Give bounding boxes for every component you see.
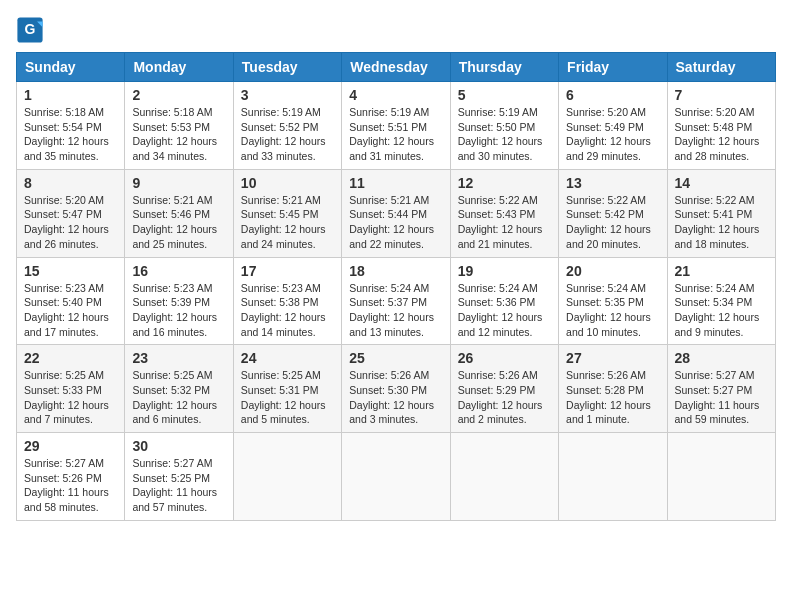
day-number: 2 bbox=[132, 87, 225, 103]
calendar-day-29: 29Sunrise: 5:27 AM Sunset: 5:26 PM Dayli… bbox=[17, 433, 125, 521]
day-info: Sunrise: 5:19 AM Sunset: 5:52 PM Dayligh… bbox=[241, 105, 334, 164]
calendar-day-14: 14Sunrise: 5:22 AM Sunset: 5:41 PM Dayli… bbox=[667, 169, 775, 257]
day-info: Sunrise: 5:20 AM Sunset: 5:47 PM Dayligh… bbox=[24, 193, 117, 252]
day-number: 18 bbox=[349, 263, 442, 279]
day-info: Sunrise: 5:25 AM Sunset: 5:31 PM Dayligh… bbox=[241, 368, 334, 427]
calendar-day-16: 16Sunrise: 5:23 AM Sunset: 5:39 PM Dayli… bbox=[125, 257, 233, 345]
logo: G bbox=[16, 16, 46, 44]
col-header-thursday: Thursday bbox=[450, 53, 558, 82]
day-info: Sunrise: 5:18 AM Sunset: 5:54 PM Dayligh… bbox=[24, 105, 117, 164]
day-number: 16 bbox=[132, 263, 225, 279]
day-number: 15 bbox=[24, 263, 117, 279]
day-number: 25 bbox=[349, 350, 442, 366]
calendar-empty-cell bbox=[233, 433, 341, 521]
calendar-header-row: SundayMondayTuesdayWednesdayThursdayFrid… bbox=[17, 53, 776, 82]
calendar-day-13: 13Sunrise: 5:22 AM Sunset: 5:42 PM Dayli… bbox=[559, 169, 667, 257]
day-number: 29 bbox=[24, 438, 117, 454]
day-info: Sunrise: 5:27 AM Sunset: 5:27 PM Dayligh… bbox=[675, 368, 768, 427]
calendar-day-11: 11Sunrise: 5:21 AM Sunset: 5:44 PM Dayli… bbox=[342, 169, 450, 257]
day-number: 1 bbox=[24, 87, 117, 103]
day-info: Sunrise: 5:21 AM Sunset: 5:44 PM Dayligh… bbox=[349, 193, 442, 252]
day-number: 3 bbox=[241, 87, 334, 103]
calendar-day-19: 19Sunrise: 5:24 AM Sunset: 5:36 PM Dayli… bbox=[450, 257, 558, 345]
day-number: 30 bbox=[132, 438, 225, 454]
day-info: Sunrise: 5:19 AM Sunset: 5:50 PM Dayligh… bbox=[458, 105, 551, 164]
calendar-empty-cell bbox=[559, 433, 667, 521]
calendar-day-9: 9Sunrise: 5:21 AM Sunset: 5:46 PM Daylig… bbox=[125, 169, 233, 257]
calendar-week-2: 8Sunrise: 5:20 AM Sunset: 5:47 PM Daylig… bbox=[17, 169, 776, 257]
calendar-day-4: 4Sunrise: 5:19 AM Sunset: 5:51 PM Daylig… bbox=[342, 82, 450, 170]
calendar-week-5: 29Sunrise: 5:27 AM Sunset: 5:26 PM Dayli… bbox=[17, 433, 776, 521]
svg-text:G: G bbox=[25, 21, 36, 37]
calendar-day-7: 7Sunrise: 5:20 AM Sunset: 5:48 PM Daylig… bbox=[667, 82, 775, 170]
day-number: 8 bbox=[24, 175, 117, 191]
calendar-day-15: 15Sunrise: 5:23 AM Sunset: 5:40 PM Dayli… bbox=[17, 257, 125, 345]
day-info: Sunrise: 5:27 AM Sunset: 5:26 PM Dayligh… bbox=[24, 456, 117, 515]
day-number: 14 bbox=[675, 175, 768, 191]
col-header-tuesday: Tuesday bbox=[233, 53, 341, 82]
calendar-day-28: 28Sunrise: 5:27 AM Sunset: 5:27 PM Dayli… bbox=[667, 345, 775, 433]
day-number: 6 bbox=[566, 87, 659, 103]
calendar-day-6: 6Sunrise: 5:20 AM Sunset: 5:49 PM Daylig… bbox=[559, 82, 667, 170]
day-number: 27 bbox=[566, 350, 659, 366]
day-number: 26 bbox=[458, 350, 551, 366]
calendar-day-1: 1Sunrise: 5:18 AM Sunset: 5:54 PM Daylig… bbox=[17, 82, 125, 170]
calendar-day-12: 12Sunrise: 5:22 AM Sunset: 5:43 PM Dayli… bbox=[450, 169, 558, 257]
day-info: Sunrise: 5:24 AM Sunset: 5:37 PM Dayligh… bbox=[349, 281, 442, 340]
calendar-day-8: 8Sunrise: 5:20 AM Sunset: 5:47 PM Daylig… bbox=[17, 169, 125, 257]
day-info: Sunrise: 5:22 AM Sunset: 5:42 PM Dayligh… bbox=[566, 193, 659, 252]
calendar-day-27: 27Sunrise: 5:26 AM Sunset: 5:28 PM Dayli… bbox=[559, 345, 667, 433]
day-number: 4 bbox=[349, 87, 442, 103]
calendar-week-4: 22Sunrise: 5:25 AM Sunset: 5:33 PM Dayli… bbox=[17, 345, 776, 433]
day-info: Sunrise: 5:20 AM Sunset: 5:48 PM Dayligh… bbox=[675, 105, 768, 164]
day-info: Sunrise: 5:27 AM Sunset: 5:25 PM Dayligh… bbox=[132, 456, 225, 515]
day-number: 17 bbox=[241, 263, 334, 279]
page-header: G bbox=[16, 16, 776, 44]
calendar-table: SundayMondayTuesdayWednesdayThursdayFrid… bbox=[16, 52, 776, 521]
day-number: 20 bbox=[566, 263, 659, 279]
col-header-wednesday: Wednesday bbox=[342, 53, 450, 82]
calendar-day-17: 17Sunrise: 5:23 AM Sunset: 5:38 PM Dayli… bbox=[233, 257, 341, 345]
calendar-day-30: 30Sunrise: 5:27 AM Sunset: 5:25 PM Dayli… bbox=[125, 433, 233, 521]
col-header-sunday: Sunday bbox=[17, 53, 125, 82]
day-number: 7 bbox=[675, 87, 768, 103]
col-header-friday: Friday bbox=[559, 53, 667, 82]
day-number: 5 bbox=[458, 87, 551, 103]
calendar-empty-cell bbox=[667, 433, 775, 521]
day-number: 9 bbox=[132, 175, 225, 191]
day-info: Sunrise: 5:25 AM Sunset: 5:32 PM Dayligh… bbox=[132, 368, 225, 427]
calendar-day-25: 25Sunrise: 5:26 AM Sunset: 5:30 PM Dayli… bbox=[342, 345, 450, 433]
day-info: Sunrise: 5:18 AM Sunset: 5:53 PM Dayligh… bbox=[132, 105, 225, 164]
day-number: 28 bbox=[675, 350, 768, 366]
day-number: 11 bbox=[349, 175, 442, 191]
day-info: Sunrise: 5:26 AM Sunset: 5:29 PM Dayligh… bbox=[458, 368, 551, 427]
day-number: 24 bbox=[241, 350, 334, 366]
calendar-day-26: 26Sunrise: 5:26 AM Sunset: 5:29 PM Dayli… bbox=[450, 345, 558, 433]
day-number: 22 bbox=[24, 350, 117, 366]
day-info: Sunrise: 5:20 AM Sunset: 5:49 PM Dayligh… bbox=[566, 105, 659, 164]
day-info: Sunrise: 5:24 AM Sunset: 5:36 PM Dayligh… bbox=[458, 281, 551, 340]
day-info: Sunrise: 5:22 AM Sunset: 5:43 PM Dayligh… bbox=[458, 193, 551, 252]
day-info: Sunrise: 5:23 AM Sunset: 5:39 PM Dayligh… bbox=[132, 281, 225, 340]
calendar-day-23: 23Sunrise: 5:25 AM Sunset: 5:32 PM Dayli… bbox=[125, 345, 233, 433]
logo-icon: G bbox=[16, 16, 44, 44]
day-number: 23 bbox=[132, 350, 225, 366]
calendar-day-18: 18Sunrise: 5:24 AM Sunset: 5:37 PM Dayli… bbox=[342, 257, 450, 345]
calendar-week-1: 1Sunrise: 5:18 AM Sunset: 5:54 PM Daylig… bbox=[17, 82, 776, 170]
col-header-monday: Monday bbox=[125, 53, 233, 82]
calendar-empty-cell bbox=[450, 433, 558, 521]
calendar-day-5: 5Sunrise: 5:19 AM Sunset: 5:50 PM Daylig… bbox=[450, 82, 558, 170]
day-info: Sunrise: 5:24 AM Sunset: 5:34 PM Dayligh… bbox=[675, 281, 768, 340]
calendar-day-3: 3Sunrise: 5:19 AM Sunset: 5:52 PM Daylig… bbox=[233, 82, 341, 170]
day-number: 21 bbox=[675, 263, 768, 279]
calendar-day-22: 22Sunrise: 5:25 AM Sunset: 5:33 PM Dayli… bbox=[17, 345, 125, 433]
day-info: Sunrise: 5:23 AM Sunset: 5:38 PM Dayligh… bbox=[241, 281, 334, 340]
day-info: Sunrise: 5:22 AM Sunset: 5:41 PM Dayligh… bbox=[675, 193, 768, 252]
calendar-day-24: 24Sunrise: 5:25 AM Sunset: 5:31 PM Dayli… bbox=[233, 345, 341, 433]
day-info: Sunrise: 5:21 AM Sunset: 5:45 PM Dayligh… bbox=[241, 193, 334, 252]
calendar-day-20: 20Sunrise: 5:24 AM Sunset: 5:35 PM Dayli… bbox=[559, 257, 667, 345]
day-info: Sunrise: 5:24 AM Sunset: 5:35 PM Dayligh… bbox=[566, 281, 659, 340]
col-header-saturday: Saturday bbox=[667, 53, 775, 82]
day-info: Sunrise: 5:26 AM Sunset: 5:28 PM Dayligh… bbox=[566, 368, 659, 427]
day-info: Sunrise: 5:26 AM Sunset: 5:30 PM Dayligh… bbox=[349, 368, 442, 427]
